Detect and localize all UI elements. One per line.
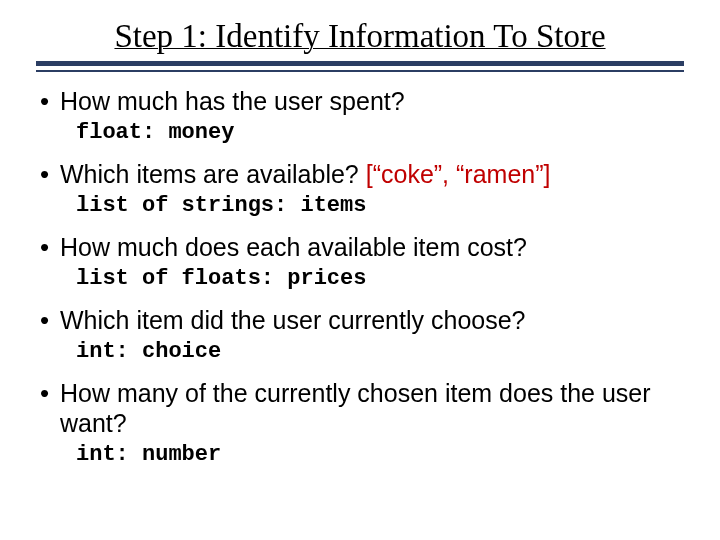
bullet-code: int: choice bbox=[76, 339, 684, 364]
bullet-row: How much does each available item cost? bbox=[36, 232, 684, 262]
bullet-extra: [“coke”, “ramen”] bbox=[366, 160, 551, 188]
bullet-row: Which item did the user currently choose… bbox=[36, 305, 684, 335]
bullet-row: How much has the user spent? bbox=[36, 86, 684, 116]
list-item: How much does each available item cost? … bbox=[36, 232, 684, 291]
list-item: Which item did the user currently choose… bbox=[36, 305, 684, 364]
bullet-row: How many of the currently chosen item do… bbox=[36, 378, 684, 438]
list-item: How much has the user spent? float: mone… bbox=[36, 86, 684, 145]
bullet-list: How much has the user spent? float: mone… bbox=[36, 86, 684, 467]
list-item: Which items are available? [“coke”, “ram… bbox=[36, 159, 684, 218]
bullet-question: Which items are available? bbox=[60, 160, 366, 188]
bullet-code: list of strings: items bbox=[76, 193, 684, 218]
list-item: How many of the currently chosen item do… bbox=[36, 378, 684, 467]
bullet-question: How much has the user spent? bbox=[60, 87, 405, 115]
bullet-code: float: money bbox=[76, 120, 684, 145]
bullet-code: int: number bbox=[76, 442, 684, 467]
bullet-code: list of floats: prices bbox=[76, 266, 684, 291]
bullet-row: Which items are available? [“coke”, “ram… bbox=[36, 159, 684, 189]
bullet-question: How many of the currently chosen item do… bbox=[60, 379, 651, 437]
slide-title: Step 1: Identify Information To Store bbox=[36, 18, 684, 55]
bullet-question: How much does each available item cost? bbox=[60, 233, 527, 261]
title-rule bbox=[36, 61, 684, 72]
bullet-question: Which item did the user currently choose… bbox=[60, 306, 526, 334]
slide: Step 1: Identify Information To Store Ho… bbox=[0, 0, 720, 540]
